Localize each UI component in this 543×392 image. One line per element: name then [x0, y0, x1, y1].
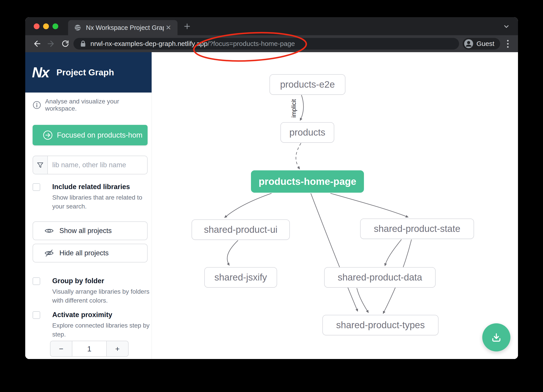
graph-node-shared-product-types[interactable]: shared-product-types — [322, 315, 439, 335]
eye-off-icon — [44, 248, 54, 258]
tagline-text: Analyse and visualize your workspace. — [45, 98, 152, 112]
tab-search-chevron-icon[interactable] — [503, 24, 510, 29]
proximity-stepper: − 1 + — [50, 341, 129, 357]
url-path: /?focus=products-home-page — [208, 40, 295, 47]
graph-node-shared-product-state[interactable]: shared-product-state — [360, 219, 474, 239]
address-bar[interactable]: nrwl-nx-examples-dep-graph.netlify.app/?… — [74, 38, 459, 50]
graph-edge-shared-product-state__shared-product-data — [385, 239, 402, 266]
graph-node-products-e2e[interactable]: products-e2e — [270, 74, 345, 95]
eye-icon — [44, 226, 54, 236]
reload-button[interactable] — [58, 37, 73, 51]
browser-toolbar: nrwl-nx-examples-dep-graph.netlify.app/?… — [25, 35, 518, 52]
arrow-right-circle-icon — [42, 130, 52, 140]
group-by-folder-checkbox[interactable] — [33, 277, 40, 285]
profile-label: Guest — [476, 40, 494, 48]
include-related-checkbox[interactable] — [33, 183, 40, 191]
nx-logo: Nx — [32, 64, 49, 81]
browser-tab[interactable]: Nx Workspace Project Graph ✕ — [68, 20, 177, 35]
graph-edges: implicit — [152, 52, 518, 359]
graph-node-products-home-page[interactable]: products-home-page — [251, 170, 364, 193]
group-by-folder-description: Visually arrange libraries by folders wi… — [52, 287, 156, 305]
stepper-decrement-button[interactable]: − — [51, 341, 72, 356]
graph-node-shared-product-data[interactable]: shared-product-data — [324, 267, 436, 288]
graph-edge-products-home-page__shared-product-types — [311, 193, 358, 311]
lock-icon — [80, 40, 86, 48]
show-all-projects-label: Show all projects — [59, 227, 112, 235]
avatar-icon — [464, 39, 473, 48]
stepper-increment-button[interactable]: + — [106, 341, 128, 356]
profile-button[interactable]: Guest — [463, 38, 500, 50]
url-text: nrwl-nx-examples-dep-graph.netlify.app/?… — [90, 40, 295, 48]
browser-window: Nx Workspace Project Graph ✕ — [25, 17, 518, 359]
window-zoom-button[interactable] — [52, 23, 58, 29]
info-icon — [33, 101, 41, 109]
activate-proximity-label: Activate proximity — [52, 311, 112, 319]
browser-menu-icon[interactable] — [503, 38, 513, 50]
back-button[interactable] — [30, 37, 44, 51]
graph-edge-shared-product-ui__shared-jsxify — [227, 240, 238, 265]
graph-canvas[interactable]: implicit products-e2eproductsproducts-ho… — [152, 52, 518, 359]
download-icon — [490, 331, 503, 344]
graph-edge-products__products-home-page — [296, 143, 301, 169]
filter-input-group — [33, 156, 147, 174]
tagline-row: Analyse and visualize your workspace. — [33, 98, 152, 112]
new-tab-button[interactable] — [183, 22, 191, 31]
graph-edge-products-home-page__shared-product-state — [330, 193, 408, 217]
page-content: Nx Project Graph Analyse and visualize y… — [25, 52, 518, 359]
tab-strip: Nx Workspace Project Graph ✕ — [25, 17, 518, 35]
include-related-block: Include related libraries Show libraries… — [33, 183, 147, 211]
filter-input[interactable] — [48, 156, 147, 174]
focused-button-label: Focused on products-hom... — [57, 131, 142, 139]
edge-label-implicit: implicit — [290, 99, 297, 117]
sidebar: Nx Project Graph Analyse and visualize y… — [25, 52, 152, 359]
stepper-value: 1 — [72, 341, 106, 356]
graph-node-shared-product-ui[interactable]: shared-product-ui — [192, 219, 290, 240]
window-minimize-button[interactable] — [43, 23, 49, 29]
focused-button[interactable]: Focused on products-hom... — [33, 125, 147, 145]
group-by-folder-label: Group by folder — [52, 277, 104, 285]
window-close-button[interactable] — [34, 23, 40, 29]
graph-node-shared-jsxify[interactable]: shared-jsxify — [204, 267, 277, 288]
graph-edge-shared-product-data__shared-product-types — [357, 288, 368, 313]
forward-button[interactable] — [44, 37, 58, 51]
include-related-label: Include related libraries — [52, 183, 130, 191]
hide-all-projects-label: Hide all projects — [59, 249, 109, 257]
window-controls — [34, 23, 58, 29]
url-domain: nrwl-nx-examples-dep-graph.netlify.app — [90, 40, 208, 47]
page-title: Project Graph — [57, 67, 114, 77]
graph-edge-products-e2e__products — [300, 95, 303, 120]
graph-edge-products-home-page__shared-product-ui — [225, 193, 272, 218]
graph-node-products[interactable]: products — [280, 122, 334, 143]
include-related-description: Show libraries that are related to your … — [52, 193, 156, 211]
tab-close-icon[interactable]: ✕ — [164, 23, 173, 32]
download-image-button[interactable] — [482, 323, 510, 351]
activate-proximity-checkbox[interactable] — [33, 311, 40, 319]
group-by-folder-block: Group by folder Visually arrange librari… — [33, 277, 147, 305]
funnel-icon — [33, 156, 48, 174]
activate-proximity-block: Activate proximity Explore connected lib… — [33, 311, 147, 339]
globe-icon — [74, 24, 81, 31]
sidebar-header: Nx Project Graph — [25, 52, 152, 93]
hide-all-projects-button[interactable]: Hide all projects — [33, 244, 147, 262]
show-all-projects-button[interactable]: Show all projects — [33, 221, 147, 240]
tab-title: Nx Workspace Project Graph — [86, 24, 164, 31]
activate-proximity-description: Explore connected libraries step by step… — [52, 321, 156, 339]
